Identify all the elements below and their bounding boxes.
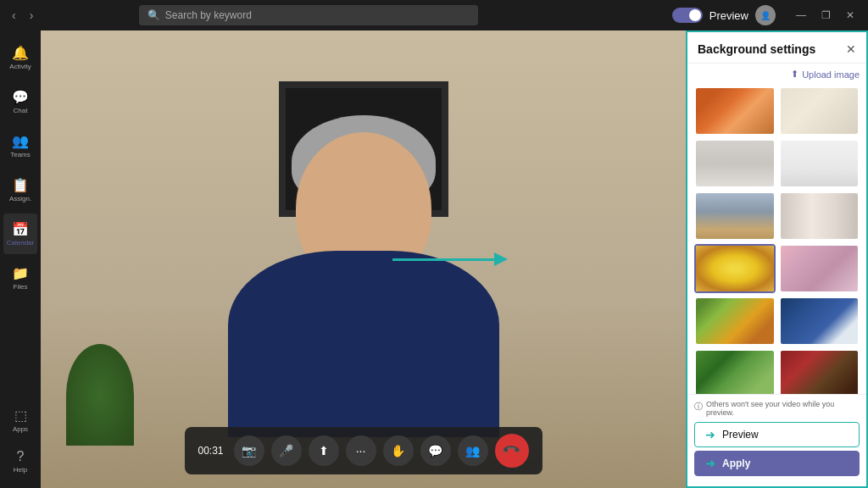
search-bar[interactable]: 🔍 Search by keyword: [139, 5, 478, 25]
nav-buttons: ‹ ›: [7, 7, 38, 24]
camera-icon: 📷: [242, 444, 256, 458]
sidebar-item-files[interactable]: 📁 Files: [3, 258, 37, 298]
sidebar-item-activity[interactable]: 🔔 Activity: [3, 37, 37, 78]
upload-image-button[interactable]: ⬆ Upload image: [791, 69, 860, 80]
bg-thumb-4-image: [781, 141, 859, 186]
preview-button-label: Preview: [722, 429, 759, 441]
more-options-button[interactable]: ···: [346, 435, 376, 466]
teams-icon: 👥: [12, 133, 29, 149]
share-screen-button[interactable]: ⬆: [309, 435, 339, 466]
bg-thumb-3-image: [696, 141, 774, 186]
window-controls: — ❐ ✕: [789, 8, 861, 23]
person-body: [228, 251, 499, 437]
bg-panel-header: Background settings ✕: [687, 32, 866, 64]
bg-thumb-8[interactable]: [779, 244, 860, 293]
camera-button[interactable]: 📷: [234, 435, 264, 466]
bg-thumb-10-image: [781, 298, 859, 344]
bg-thumb-9[interactable]: [694, 297, 776, 346]
bg-thumb-10[interactable]: [779, 297, 860, 346]
participants-button[interactable]: 👥: [458, 435, 488, 466]
calendar-icon: 📅: [12, 221, 29, 237]
bg-panel-close-button[interactable]: ✕: [846, 42, 856, 56]
bg-thumb-2[interactable]: [779, 86, 860, 136]
apply-button[interactable]: ➜ Apply: [694, 451, 860, 476]
bg-thumb-12-image: [781, 351, 859, 394]
sidebar-item-activity-label: Activity: [9, 63, 31, 70]
search-placeholder: Search by keyword: [165, 9, 252, 21]
video-background-plant: [66, 344, 134, 446]
bg-thumb-7[interactable]: [694, 244, 776, 293]
call-timer: 00:31: [198, 445, 223, 457]
bg-thumb-5-image: [696, 193, 774, 239]
apply-arrow-icon: ➜: [705, 457, 715, 470]
nav-forward-button[interactable]: ›: [25, 7, 39, 24]
bg-thumb-6[interactable]: [779, 191, 860, 241]
help-icon: ?: [17, 449, 25, 464]
bg-thumb-11[interactable]: [694, 349, 776, 394]
preview-button[interactable]: ➜ Preview: [694, 422, 860, 447]
background-thumbnails-grid: [687, 83, 866, 394]
bg-thumb-1[interactable]: [694, 86, 776, 136]
end-call-icon: 📞: [502, 441, 521, 460]
preview-arrow-icon: ➜: [705, 428, 715, 441]
preview-toggle: Preview: [672, 8, 748, 23]
bg-thumb-4[interactable]: [779, 139, 860, 188]
participants-icon: 👥: [465, 444, 480, 458]
bg-thumb-11-image: [696, 351, 774, 394]
upload-btn-row: ⬆ Upload image: [687, 64, 866, 83]
footer-note-text: Others won't see your video while you pr…: [706, 400, 860, 417]
sidebar-item-calendar[interactable]: 📅 Calendar: [3, 214, 37, 254]
preview-label: Preview: [709, 9, 748, 22]
sidebar-item-help[interactable]: ? Help: [3, 441, 37, 481]
info-icon: ⓘ: [694, 401, 703, 413]
bg-thumb-7-image: [696, 246, 774, 291]
activity-icon: 🔔: [12, 45, 29, 61]
apply-button-label: Apply: [722, 458, 750, 469]
bg-thumb-2-image: [781, 88, 859, 134]
bg-thumb-8-image: [781, 246, 859, 291]
files-icon: 📁: [12, 265, 29, 281]
close-button[interactable]: ✕: [839, 8, 861, 23]
teal-arrow-indicator: [392, 252, 508, 266]
search-icon: 🔍: [147, 9, 160, 21]
raise-hand-icon: ✋: [391, 444, 405, 458]
sidebar-item-assignments-label: Assign.: [9, 195, 31, 202]
assignments-icon: 📋: [12, 177, 29, 193]
arrow-line: [392, 258, 494, 261]
restore-button[interactable]: ❐: [815, 8, 837, 23]
avatar-initials: 👤: [760, 11, 771, 20]
chat-icon: 💬: [12, 89, 29, 105]
arrow-head: [494, 252, 508, 266]
title-bar: ‹ › 🔍 Search by keyword Preview 👤 — ❐ ✕: [0, 0, 868, 30]
sidebar-item-chat[interactable]: 💬 Chat: [3, 81, 37, 122]
share-icon: ⬆: [319, 444, 329, 458]
user-avatar[interactable]: 👤: [755, 5, 776, 25]
apps-icon: ⬚: [14, 408, 27, 424]
minimize-button[interactable]: —: [789, 8, 813, 23]
bg-panel-footer: ⓘ Others won't see your video while you …: [687, 394, 866, 486]
upload-label: Upload image: [802, 69, 860, 80]
sidebar-item-apps[interactable]: ⬚ Apps: [3, 400, 37, 441]
chat-control-button[interactable]: 💬: [420, 435, 451, 466]
bg-thumb-1-image: [696, 88, 774, 134]
sidebar-item-apps-label: Apps: [13, 425, 28, 433]
mic-icon: 🎤: [279, 444, 293, 458]
person-silhouette: [152, 64, 576, 437]
more-icon: ···: [356, 444, 366, 458]
sidebar: 🔔 Activity 💬 Chat 👥 Teams 📋 Assign. 📅 Ca…: [0, 30, 41, 488]
call-controls: 00:31 📷 🎤 ⬆ ··· ✋ 💬 👥 📞: [184, 427, 542, 474]
sidebar-item-calendar-label: Calendar: [7, 239, 34, 247]
mic-button[interactable]: 🎤: [271, 435, 302, 466]
end-call-button[interactable]: 📞: [495, 434, 529, 468]
bg-thumb-12[interactable]: [779, 349, 860, 394]
bg-thumb-5[interactable]: [694, 191, 776, 241]
sidebar-item-teams[interactable]: 👥 Teams: [3, 125, 37, 166]
bg-thumb-3[interactable]: [694, 139, 776, 188]
sidebar-item-assignments[interactable]: 📋 Assign.: [3, 169, 37, 210]
nav-back-button[interactable]: ‹: [7, 7, 21, 24]
sidebar-item-chat-label: Chat: [14, 107, 28, 114]
video-feed: [41, 30, 686, 488]
chat-ctrl-icon: 💬: [428, 444, 442, 458]
preview-toggle-switch[interactable]: [672, 8, 703, 23]
raise-hand-button[interactable]: ✋: [383, 435, 414, 466]
